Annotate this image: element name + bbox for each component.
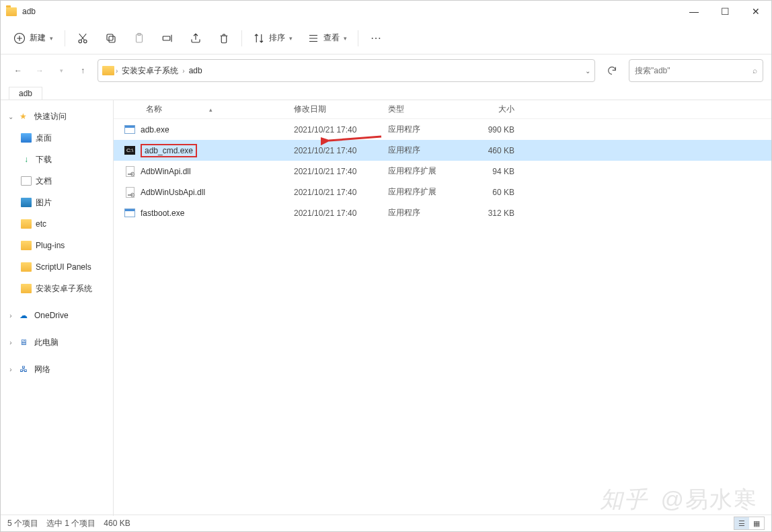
document-icon bbox=[21, 176, 32, 186]
chevron-right-icon: › bbox=[6, 366, 15, 373]
plus-circle-icon bbox=[13, 32, 26, 44]
sort-asc-icon: ▴ bbox=[209, 106, 213, 113]
sidebar-item-label: 安装安卓子系统 bbox=[36, 283, 92, 295]
tabs-row: adb bbox=[1, 87, 771, 100]
address-bar[interactable]: › 安装安卓子系统 › adb ⌄ bbox=[98, 59, 595, 82]
folder-icon bbox=[6, 7, 17, 16]
sidebar-item-label: 桌面 bbox=[36, 132, 52, 144]
breadcrumb-item[interactable]: 安装安卓子系统 bbox=[118, 63, 182, 79]
file-row[interactable]: AdbWinApi.dll2021/10/21 17:40应用程序扩展94 KB bbox=[114, 161, 771, 182]
delete-button[interactable] bbox=[210, 26, 237, 50]
file-size: 60 KB bbox=[469, 188, 514, 197]
column-size[interactable]: 大小 bbox=[469, 104, 514, 115]
download-icon: ↓ bbox=[21, 155, 32, 164]
paste-button[interactable] bbox=[126, 26, 153, 50]
chevron-down-icon[interactable]: ⌄ bbox=[585, 67, 590, 75]
picture-icon bbox=[21, 198, 32, 207]
cmd-icon: C:\ bbox=[124, 146, 135, 155]
sidebar-quick-access[interactable]: ⌄ ★ 快速访问 bbox=[1, 106, 113, 127]
window-title: adb bbox=[22, 7, 36, 16]
minimize-button[interactable]: — bbox=[679, 1, 709, 22]
file-row[interactable]: adb.exe2021/10/21 17:40应用程序990 KB bbox=[114, 119, 771, 140]
sidebar: ⌄ ★ 快速访问 桌面 ↓ 下载 文档 图片 etc Plug-ins bbox=[1, 100, 114, 516]
svg-rect-3 bbox=[109, 36, 115, 42]
nav-row: ← → ▾ ↑ › 安装安卓子系统 › adb ⌄ ⌕ bbox=[1, 54, 771, 87]
file-type: 应用程序 bbox=[388, 145, 469, 156]
cut-button[interactable] bbox=[69, 26, 96, 50]
chevron-right-icon: › bbox=[6, 339, 15, 346]
dll-icon bbox=[126, 166, 134, 177]
refresh-icon bbox=[607, 65, 617, 76]
sidebar-plugins[interactable]: Plug-ins bbox=[1, 235, 113, 256]
sidebar-pictures[interactable]: 图片 bbox=[1, 192, 113, 213]
cut-icon bbox=[77, 32, 89, 44]
sidebar-etc[interactable]: etc bbox=[1, 213, 113, 235]
trash-icon bbox=[218, 32, 230, 44]
copy-button[interactable] bbox=[98, 26, 124, 50]
search-input[interactable] bbox=[635, 66, 752, 75]
maximize-button[interactable]: ☐ bbox=[709, 1, 740, 22]
view-label: 查看 bbox=[323, 32, 340, 44]
sidebar-network[interactable]: › 🖧 网络 bbox=[1, 358, 113, 380]
view-button[interactable]: 查看 ▾ bbox=[301, 28, 354, 48]
file-row[interactable]: AdbWinUsbApi.dll2021/10/21 17:40应用程序扩展60… bbox=[114, 182, 771, 202]
file-date: 2021/10/21 17:40 bbox=[294, 188, 388, 197]
sidebar-onedrive[interactable]: › ☁ OneDrive bbox=[1, 305, 113, 326]
file-name: AdbWinApi.dll bbox=[141, 167, 191, 176]
rename-button[interactable] bbox=[154, 26, 181, 50]
new-label: 新建 bbox=[30, 32, 46, 44]
new-button[interactable]: 新建 ▾ bbox=[6, 28, 61, 49]
status-selection: 选中 1 个项目 bbox=[46, 518, 95, 529]
forward-button[interactable]: → bbox=[30, 61, 49, 80]
file-type: 应用程序扩展 bbox=[388, 186, 469, 198]
file-name: adb.exe bbox=[141, 125, 169, 135]
more-button[interactable]: ⋯ bbox=[362, 26, 389, 50]
sidebar-item-label: 网络 bbox=[34, 364, 50, 375]
file-type: 应用程序扩展 bbox=[388, 165, 469, 177]
sort-icon bbox=[253, 32, 265, 44]
refresh-button[interactable] bbox=[601, 59, 623, 82]
file-date: 2021/10/21 17:40 bbox=[294, 167, 388, 176]
column-type[interactable]: 类型 bbox=[388, 104, 469, 115]
column-date[interactable]: 修改日期 bbox=[294, 104, 388, 115]
star-icon: ★ bbox=[20, 112, 30, 121]
tab-current[interactable]: adb bbox=[9, 87, 42, 100]
chevron-down-icon: ▾ bbox=[289, 35, 293, 42]
status-count: 5 个项目 bbox=[7, 518, 38, 529]
chevron-down-icon: ▾ bbox=[50, 35, 53, 42]
file-date: 2021/10/21 17:40 bbox=[294, 208, 388, 218]
sidebar-item-label: 文档 bbox=[36, 176, 52, 187]
copy-icon bbox=[105, 32, 117, 44]
svg-rect-4 bbox=[107, 34, 113, 40]
sidebar-thispc[interactable]: › 🖥 此电脑 bbox=[1, 332, 113, 353]
svg-rect-7 bbox=[163, 36, 170, 40]
titlebar: adb — ☐ ✕ bbox=[1, 1, 771, 22]
folder-icon bbox=[21, 219, 32, 229]
sidebar-item-label: ScriptUI Panels bbox=[36, 262, 91, 272]
chevron-down-icon: ⌄ bbox=[6, 113, 15, 120]
statusbar: 5 个项目 选中 1 个项目 460 KB ☰ ▦ bbox=[1, 515, 771, 531]
chevron-down-icon: ▾ bbox=[344, 35, 347, 42]
file-row[interactable]: fastboot.exe2021/10/21 17:40应用程序312 KB bbox=[114, 202, 771, 223]
column-name[interactable]: 名称▴ bbox=[119, 104, 294, 115]
search-box[interactable]: ⌕ bbox=[629, 59, 763, 82]
sidebar-downloads[interactable]: ↓ 下载 bbox=[1, 149, 113, 170]
sidebar-desktop[interactable]: 桌面 bbox=[1, 127, 113, 149]
sidebar-android[interactable]: 安装安卓子系统 bbox=[1, 278, 113, 299]
back-button[interactable]: ← bbox=[9, 61, 28, 80]
view-icon bbox=[307, 32, 319, 44]
sidebar-scriptui[interactable]: ScriptUI Panels bbox=[1, 256, 113, 278]
recent-dropdown[interactable]: ▾ bbox=[52, 61, 71, 80]
view-icons-button[interactable]: ▦ bbox=[749, 517, 764, 529]
share-icon bbox=[190, 32, 202, 44]
file-row[interactable]: C:\adb_cmd.exe2021/10/21 17:40应用程序460 KB bbox=[114, 140, 771, 161]
share-button[interactable] bbox=[182, 26, 209, 50]
up-button[interactable]: ↑ bbox=[73, 61, 92, 80]
breadcrumb-item[interactable]: adb bbox=[185, 63, 206, 78]
sort-button[interactable]: 排序 ▾ bbox=[246, 28, 299, 48]
folder-icon bbox=[21, 241, 32, 250]
desktop-icon bbox=[21, 133, 32, 143]
view-details-button[interactable]: ☰ bbox=[734, 517, 749, 529]
close-button[interactable]: ✕ bbox=[740, 1, 771, 22]
sidebar-documents[interactable]: 文档 bbox=[1, 170, 113, 192]
